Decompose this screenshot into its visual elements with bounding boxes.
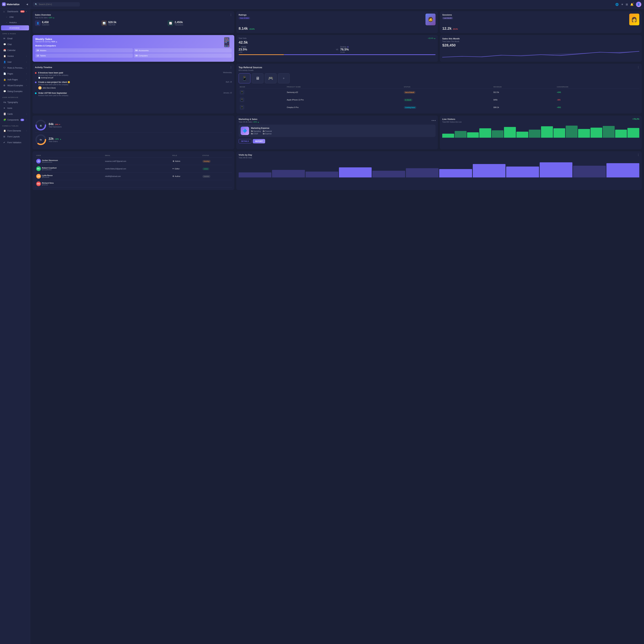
table-row: JS Jordan Stevenson @jstevenson5c susann…	[35, 157, 232, 165]
visits-bar	[306, 172, 338, 177]
product-name-cell: Apple iPhone 13 Pro	[286, 96, 403, 104]
ratings-value: 8.14k +15.6%	[239, 26, 436, 31]
user-avatar[interactable]: 👤	[636, 2, 641, 7]
activity-menu-icon[interactable]: ⋮	[230, 66, 232, 69]
components-badge: 18	[20, 119, 24, 121]
sidebar-item-components[interactable]: 🧩 Components 18 ›	[1, 117, 29, 123]
product-thumb-3[interactable]: 🎮	[265, 73, 277, 83]
invoice-icon: 📋	[3, 55, 6, 57]
col-user: USER	[35, 154, 104, 157]
sidebar-item-cards[interactable]: 🃏 Cards ›	[1, 111, 29, 117]
mkt-stat-operating: 5k Operating	[251, 130, 261, 132]
product-thumbnails: 📱 🖥 🎮 +	[239, 73, 639, 83]
sidebar-item-icons[interactable]: ✦ Icons	[1, 105, 29, 111]
sidebar-collapse-btn[interactable]: ◀	[26, 3, 28, 6]
product-thumb-add[interactable]: +	[278, 73, 290, 83]
sidebar-item-form-elements[interactable]: 📋 Form Elements ›	[1, 128, 29, 133]
sidebar-item-typography[interactable]: Aa Typography	[1, 99, 29, 105]
grid-icon[interactable]: ⊞	[626, 3, 628, 6]
mkt-stat-financial: 2k Financial	[263, 130, 272, 132]
user-cell: RC Robert Crawford @rcrawford1d	[35, 165, 104, 173]
sidebar-item-chat[interactable]: 💬 Chat	[1, 42, 29, 47]
sidebar-item-auth[interactable]: 🔒 Auth Pages ›	[1, 77, 29, 82]
sidebar-item-dashboards[interactable]: ⌂ Dashboards New ▾	[1, 9, 29, 14]
sales-month-chart	[442, 49, 639, 59]
report-button[interactable]: REPORT	[253, 139, 265, 143]
status-cell: Inactive	[201, 173, 232, 180]
sidebar: M Materialize ◀ ⌂ Dashboards New ▾ CRM A…	[0, 0, 30, 644]
orders-value: 22k +15% ▲	[49, 137, 61, 141]
category-computers: 38 Computers	[134, 53, 231, 58]
product-conversion-cell: +551	[556, 104, 639, 111]
sidebar-item-wizard[interactable]: ⚙ Wizard Examples ›	[1, 83, 29, 88]
referral-subtitle: 82% Activity Growth	[239, 69, 262, 71]
marketing-expense-title: Marketing Expense	[251, 127, 273, 129]
pages-label: Pages	[7, 73, 13, 75]
sidebar-item-pages[interactable]: 📄 Pages ›	[1, 71, 29, 76]
icons-label: Icons	[7, 107, 12, 109]
search-input[interactable]	[39, 3, 78, 6]
live-visitors-subtitle: Total 890 Visitors Are Live	[442, 121, 462, 123]
dashboard-content: Sales Overview Total 42.5k Sales +18% ▲ …	[30, 9, 644, 644]
visits-progress-bar	[239, 54, 436, 55]
section-apps-label: APPS & PAGES	[0, 31, 30, 36]
sidebar-item-invoice[interactable]: 📋 Invoice ›	[1, 53, 29, 59]
details-button[interactable]: DETAILS	[239, 139, 251, 143]
referral-menu-icon[interactable]: ⋮	[637, 66, 640, 69]
sessions-header: Sessions Last Month 👩	[442, 14, 639, 25]
marketing-menu[interactable]	[432, 120, 436, 121]
settings-icon[interactable]: ☀	[621, 3, 623, 6]
table-row: LR Lydia Reese @lreese3b milo86@hotmail.…	[35, 173, 232, 180]
table-row: 📱 Oneplus 9 Pro Coming Soon $98.2k +551	[239, 104, 639, 111]
visits-bar	[439, 169, 472, 177]
product-image-cell: 📱	[239, 89, 286, 96]
col-email: EMAIL	[104, 154, 171, 157]
marketing-trend: +25% ▲	[253, 121, 259, 123]
tl-desc-3: Invoices have been paid to the company.	[38, 95, 232, 96]
stat-transactions: 📈 2,450k Transactions	[168, 20, 232, 26]
vs-divider: VS	[335, 49, 339, 50]
sidebar-item-ecommerce[interactable]: eCommerce	[1, 25, 29, 30]
components-label: Components	[7, 119, 19, 121]
sidebar-item-dialog[interactable]: 💬 Dialog Examples	[1, 89, 29, 94]
visits-bar	[573, 166, 606, 177]
live-bar	[603, 126, 615, 138]
sidebar-item-email[interactable]: ✉ Email	[1, 36, 29, 41]
sidebar-item-form-validation[interactable]: ✔ Form Validation	[1, 140, 29, 145]
section-ui-label: USER INTERFACE	[0, 94, 30, 99]
impressions-label: Total Impressions	[49, 126, 62, 128]
search-icon: 🔍	[35, 3, 37, 6]
translate-icon[interactable]: 🌐	[615, 3, 619, 6]
logo[interactable]: M Materialize	[2, 2, 20, 6]
live-bar	[529, 130, 541, 138]
product-thumb-1[interactable]: 📱	[239, 73, 250, 83]
marketing-stats: 5k Operating 2k Financial 6k COGF 1k	[251, 130, 273, 135]
lock-icon: 🔒	[3, 78, 6, 81]
ratings-card: Ratings Year of 2022 🧔 8.14k +15.6%	[236, 11, 438, 33]
visits-menu-icon[interactable]: ⋮	[637, 153, 640, 156]
sessions-value: 12.2k -25.5%	[442, 26, 639, 31]
sidebar-item-analytics[interactable]: Analytics	[1, 20, 29, 25]
timeline-dot-1	[35, 72, 37, 74]
sidebar-item-crm[interactable]: CRM	[1, 15, 29, 20]
sales-month-value: $28,450	[442, 43, 639, 47]
dot-3	[435, 120, 436, 121]
notification-icon[interactable]: 🔔	[630, 3, 634, 6]
live-bar	[615, 130, 627, 138]
product-thumb-2[interactable]: 🖥	[252, 73, 263, 83]
profit-icon: 📊	[101, 20, 107, 26]
email-cell: estelle.Bailey10@gmail.com	[104, 165, 171, 173]
chevron-right-icon: ›	[26, 113, 27, 115]
visits-bar	[372, 171, 405, 177]
sidebar-item-calendar[interactable]: 📅 Calendar	[1, 47, 29, 53]
search-bar[interactable]: 🔍	[33, 2, 80, 7]
sidebar-item-user[interactable]: 👤 User ›	[1, 59, 29, 65]
live-visitors-title: Live Visitors	[442, 118, 462, 120]
sidebar-item-form-layouts[interactable]: ⊞ Form Layouts	[1, 134, 29, 139]
sidebar-item-roles[interactable]: 🛡 Roles & Permiss... ›	[1, 65, 29, 71]
card-menu-icon[interactable]: ⋮	[230, 13, 232, 16]
cards-label: Cards	[7, 113, 13, 115]
mkt-stat-cogf: 6k COGF	[251, 133, 261, 135]
category-accessories: 50 Accessories	[134, 48, 231, 52]
sales-overview-title: Sales Overview	[35, 14, 55, 16]
